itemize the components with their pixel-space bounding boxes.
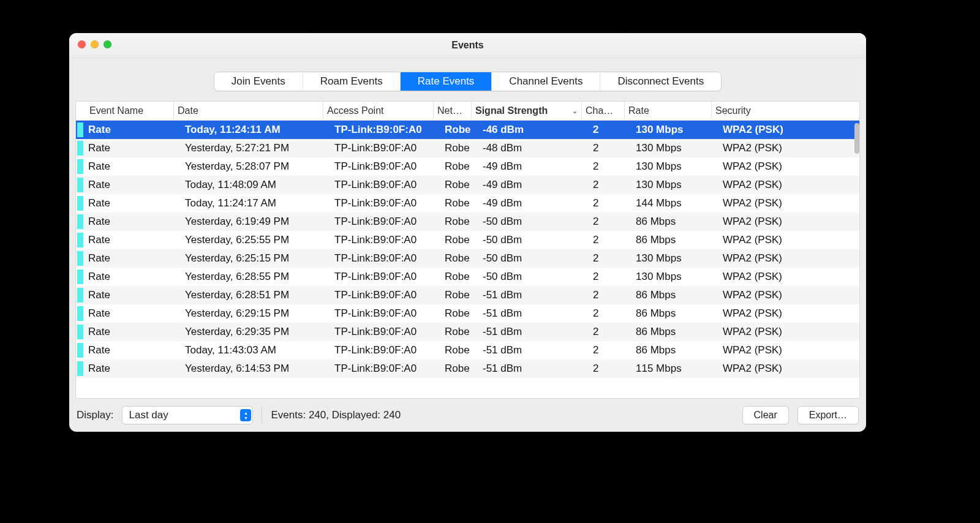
column-access-point[interactable]: Access Point (323, 102, 434, 120)
cell-channel: 2 (589, 307, 632, 320)
cell-network: Robe (441, 307, 479, 320)
cell-date: Yesterday, 6:29:15 PM (181, 307, 331, 320)
cell-event-name: Rate (83, 326, 181, 338)
cell-date: Today, 11:48:09 AM (181, 179, 331, 191)
cell-rate: 86 Mbps (632, 326, 719, 338)
cell-signal-strength: -51 dBm (479, 344, 589, 356)
cell-channel: 2 (589, 160, 632, 173)
cell-channel: 2 (589, 289, 632, 301)
cell-date: Yesterday, 6:14:53 PM (181, 363, 331, 375)
row-color-chip (77, 159, 83, 174)
cell-channel: 2 (589, 326, 632, 338)
fullscreen-window-button[interactable] (104, 40, 111, 48)
table-row[interactable]: RateYesterday, 6:19:49 PMTP-Link:B9:0F:A… (76, 213, 859, 231)
cell-signal-strength: -49 dBm (479, 160, 589, 173)
cell-security: WPA2 (PSK) (719, 124, 859, 136)
row-color-chip (77, 196, 83, 211)
cell-rate: 86 Mbps (632, 289, 719, 301)
tab-join-events[interactable]: Join Events (214, 72, 303, 91)
select-stepper-icon: ▲▼ (240, 409, 251, 421)
column-event-name[interactable]: Event Name (76, 102, 174, 120)
cell-rate: 86 Mbps (632, 307, 719, 320)
row-color-chip (77, 214, 83, 229)
cell-access-point: TP-Link:B9:0F:A0 (331, 179, 441, 191)
display-filter-label: Display: (77, 409, 113, 421)
table-row[interactable]: RateToday, 11:43:03 AMTP-Link:B9:0F:A0Ro… (76, 341, 859, 359)
cell-access-point: TP-Link:B9:0F:A0 (331, 252, 441, 265)
cell-channel: 2 (589, 344, 632, 356)
column-date[interactable]: Date (174, 102, 323, 120)
column-rate[interactable]: Rate (625, 102, 712, 120)
row-color-chip (77, 178, 83, 192)
cell-network: Robe (441, 252, 479, 265)
cell-signal-strength: -48 dBm (479, 142, 589, 154)
column-signal-strength-label: Signal Strength (475, 105, 548, 116)
cell-rate: 130 Mbps (632, 271, 719, 283)
minimize-window-button[interactable] (91, 40, 99, 48)
display-filter-select[interactable]: Last day ▲▼ (122, 406, 253, 424)
window-controls (78, 40, 111, 48)
cell-rate: 130 Mbps (632, 124, 719, 136)
table-row[interactable]: RateToday, 11:24:11 AMTP-Link:B9:0F:A0Ro… (76, 121, 859, 139)
cell-access-point: TP-Link:B9:0F:A0 (331, 124, 441, 136)
table-row[interactable]: RateYesterday, 5:28:07 PMTP-Link:B9:0F:A… (76, 157, 859, 176)
table-row[interactable]: RateYesterday, 6:25:55 PMTP-Link:B9:0F:A… (76, 231, 859, 249)
cell-event-name: Rate (83, 344, 181, 356)
cell-network: Robe (441, 344, 479, 356)
cell-access-point: TP-Link:B9:0F:A0 (331, 216, 441, 228)
cell-access-point: TP-Link:B9:0F:A0 (331, 142, 441, 154)
cell-network: Robe (441, 216, 479, 228)
events-table: Event Name Date Access Point Net… Signal… (75, 101, 860, 399)
tab-roam-events[interactable]: Roam Events (303, 72, 401, 91)
cell-rate: 130 Mbps (632, 179, 719, 191)
cell-event-name: Rate (83, 271, 181, 283)
cell-event-name: Rate (83, 142, 181, 154)
tab-channel-events[interactable]: Channel Events (492, 72, 600, 91)
table-row[interactable]: RateYesterday, 6:28:51 PMTP-Link:B9:0F:A… (76, 286, 859, 304)
cell-signal-strength: -50 dBm (479, 252, 589, 265)
table-row[interactable]: RateYesterday, 6:14:53 PMTP-Link:B9:0F:A… (76, 359, 859, 378)
cell-rate: 115 Mbps (632, 363, 719, 375)
cell-security: WPA2 (PSK) (719, 344, 859, 356)
cell-event-name: Rate (83, 252, 181, 265)
tab-bar-wrap: Join EventsRoam EventsRate EventsChannel… (69, 58, 866, 101)
clear-button[interactable]: Clear (742, 406, 789, 424)
row-color-chip (77, 122, 83, 137)
table-body[interactable]: RateToday, 11:24:11 AMTP-Link:B9:0F:A0Ro… (76, 121, 859, 398)
table-header: Event Name Date Access Point Net… Signal… (76, 102, 859, 121)
cell-security: WPA2 (PSK) (719, 197, 859, 209)
cell-channel: 2 (589, 216, 632, 228)
table-row[interactable]: RateYesterday, 6:29:15 PMTP-Link:B9:0F:A… (76, 304, 859, 323)
close-window-button[interactable] (78, 40, 86, 48)
table-row[interactable]: RateYesterday, 5:27:21 PMTP-Link:B9:0F:A… (76, 139, 859, 157)
table-row[interactable]: RateYesterday, 6:29:35 PMTP-Link:B9:0F:A… (76, 323, 859, 341)
table-row[interactable]: RateToday, 11:24:17 AMTP-Link:B9:0F:A0Ro… (76, 194, 859, 213)
footer-bar: Display: Last day ▲▼ Events: 240, Displa… (69, 399, 866, 432)
cell-network: Robe (441, 142, 479, 154)
cell-rate: 86 Mbps (632, 344, 719, 356)
cell-event-name: Rate (83, 160, 181, 173)
cell-event-name: Rate (83, 124, 181, 136)
cell-network: Robe (441, 124, 479, 136)
scrollbar-thumb[interactable] (854, 123, 859, 154)
export-button[interactable]: Export… (797, 406, 859, 424)
cell-date: Today, 11:24:17 AM (181, 197, 331, 209)
column-network[interactable]: Net… (434, 102, 472, 120)
cell-date: Yesterday, 5:27:21 PM (181, 142, 331, 154)
tab-disconnect-events[interactable]: Disconnect Events (600, 72, 721, 91)
cell-access-point: TP-Link:B9:0F:A0 (331, 197, 441, 209)
cell-rate: 130 Mbps (632, 142, 719, 154)
column-signal-strength[interactable]: Signal Strength ⌄ (472, 102, 582, 120)
cell-channel: 2 (589, 124, 632, 136)
table-row[interactable]: RateToday, 11:48:09 AMTP-Link:B9:0F:A0Ro… (76, 176, 859, 194)
cell-date: Yesterday, 6:29:35 PM (181, 326, 331, 338)
cell-channel: 2 (589, 252, 632, 265)
column-channel[interactable]: Cha… (582, 102, 625, 120)
column-security[interactable]: Security (712, 102, 859, 120)
tab-rate-events[interactable]: Rate Events (401, 72, 492, 91)
table-row[interactable]: RateYesterday, 6:25:15 PMTP-Link:B9:0F:A… (76, 249, 859, 268)
cell-security: WPA2 (PSK) (719, 289, 859, 301)
table-row[interactable]: RateYesterday, 6:28:55 PMTP-Link:B9:0F:A… (76, 268, 859, 286)
cell-access-point: TP-Link:B9:0F:A0 (331, 307, 441, 320)
cell-date: Yesterday, 6:28:55 PM (181, 271, 331, 283)
